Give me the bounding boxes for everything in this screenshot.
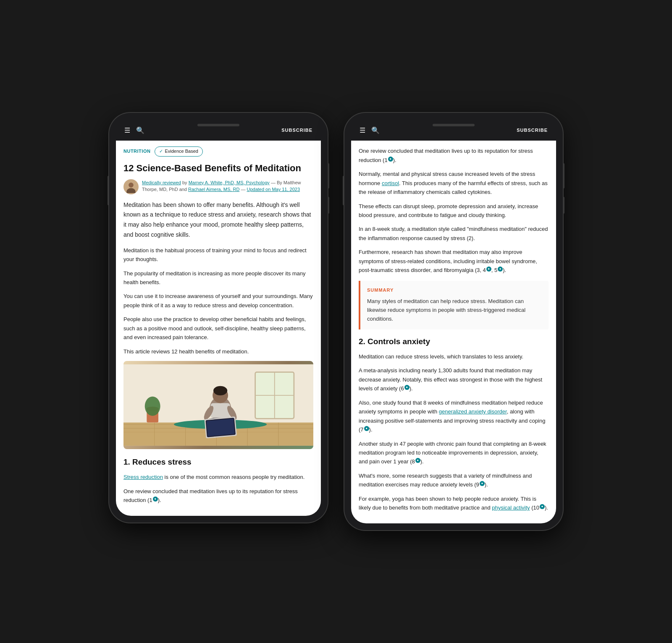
check-icon: ✓ bbox=[159, 148, 163, 155]
section1-heading: 1. Reduces stress bbox=[123, 456, 313, 468]
p2-3: These effects can disrupt sleep, promote… bbox=[359, 202, 549, 220]
article-image bbox=[123, 361, 313, 449]
hamburger-icon[interactable]: ☰ bbox=[124, 126, 130, 134]
body-paragraph-1: Meditation is the habitual process of tr… bbox=[123, 246, 313, 264]
search-icon[interactable]: 🔍 bbox=[136, 126, 144, 134]
ref-5-dot: ● bbox=[498, 267, 503, 272]
author-avatar bbox=[123, 179, 139, 194]
gad-link[interactable]: generalized anxiety disorder bbox=[439, 408, 507, 415]
intro-paragraph: Meditation has been shown to offer many … bbox=[123, 200, 313, 240]
ref-10-dot: ● bbox=[540, 504, 545, 509]
s2-p4: Another study in 47 people with chronic … bbox=[359, 439, 549, 466]
phone-2: ☰ 🔍 SUBSCRIBE One review concluded that … bbox=[344, 113, 563, 530]
evidence-badge: ✓ Evidence Based bbox=[155, 146, 203, 157]
ref-4-dot: ● bbox=[486, 267, 491, 272]
subscribe-button-1[interactable]: SUBSCRIBE bbox=[281, 128, 312, 133]
summary-text: Many styles of meditation can help reduc… bbox=[367, 297, 542, 323]
svg-rect-16 bbox=[211, 403, 230, 418]
updated-link[interactable]: Updated on May 11, 2023 bbox=[247, 187, 300, 192]
ref-8-dot: ● bbox=[415, 458, 420, 463]
s2-p2: A meta-analysis including nearly 1,300 a… bbox=[359, 366, 549, 393]
s2-p5: What's more, some research suggests that… bbox=[359, 471, 549, 489]
p2-1: One review concluded that meditation liv… bbox=[359, 146, 549, 165]
author1-link[interactable]: Marney A. White, PhD, MS, Psychology bbox=[189, 180, 270, 185]
body-paragraph-3: You can use it to increase awareness of … bbox=[123, 292, 313, 310]
author-text: Medically reviewed by Marney A. White, P… bbox=[142, 179, 313, 193]
volume-button-right bbox=[328, 197, 329, 214]
search-icon-2[interactable]: 🔍 bbox=[371, 126, 380, 134]
ref-7-dot: ● bbox=[364, 426, 369, 431]
ref-6-dot: ● bbox=[404, 385, 410, 390]
body-paragraph-4: People also use the practice to develop … bbox=[123, 315, 313, 342]
section1-body1: Stress reduction is one of the most comm… bbox=[123, 473, 313, 481]
body-paragraph-5: This article reviews 12 health benefits … bbox=[123, 347, 313, 356]
ref-1b-dot: ● bbox=[388, 157, 393, 162]
p2-2: Normally, mental and physical stress cau… bbox=[359, 170, 549, 196]
svg-point-28 bbox=[145, 397, 160, 416]
volume-button-left bbox=[108, 176, 109, 205]
section1-body1-text: is one of the most common reasons people… bbox=[163, 474, 304, 480]
stress-reduction-link[interactable]: Stress reduction bbox=[123, 474, 163, 480]
subscribe-button-2[interactable]: SUBSCRIBE bbox=[517, 128, 548, 133]
svg-point-1 bbox=[129, 183, 134, 188]
volume-button-left-2 bbox=[343, 176, 344, 205]
p2-5: Furthermore, research has shown that med… bbox=[359, 248, 549, 274]
nav-icons-left: ☰ 🔍 bbox=[124, 126, 144, 134]
notch-2 bbox=[433, 124, 475, 126]
nav-icons-left-2: ☰ 🔍 bbox=[360, 126, 380, 134]
article-title: 12 Science-Based Benefits of Meditation bbox=[123, 162, 313, 174]
hamburger-icon-2[interactable]: ☰ bbox=[360, 126, 365, 134]
s2-p6: For example, yoga has been shown to help… bbox=[359, 494, 549, 512]
category-label: NUTRITION bbox=[123, 148, 150, 155]
medically-reviewed-link[interactable]: Medically reviewed bbox=[142, 180, 181, 185]
phone-1: ☰ 🔍 SUBSCRIBE NUTRITION ✓ Evidence Based… bbox=[109, 113, 328, 522]
author-row: Medically reviewed by Marney A. White, P… bbox=[123, 179, 313, 194]
phones-container: ☰ 🔍 SUBSCRIBE NUTRITION ✓ Evidence Based… bbox=[109, 113, 563, 530]
cortisol-link[interactable]: cortisol bbox=[382, 180, 399, 186]
category-row: NUTRITION ✓ Evidence Based bbox=[123, 146, 313, 160]
volume-button-right-2 bbox=[563, 197, 564, 214]
summary-label: SUMMARY bbox=[367, 287, 542, 294]
summary-box: SUMMARY Many styles of meditation can he… bbox=[359, 281, 549, 329]
status-bar-1: ☰ 🔍 SUBSCRIBE bbox=[116, 120, 321, 141]
svg-point-18 bbox=[213, 386, 227, 395]
ref-1-dot: ● bbox=[153, 497, 158, 502]
evidence-badge-text: Evidence Based bbox=[165, 148, 198, 155]
phone-1-content: NUTRITION ✓ Evidence Based 12 Science-Ba… bbox=[116, 141, 321, 515]
article-image-inner bbox=[123, 361, 313, 449]
power-button bbox=[328, 163, 329, 188]
s2-p3: Also, one study found that 8 weeks of mi… bbox=[359, 398, 549, 434]
p2-4: In an 8-week study, a meditation style c… bbox=[359, 225, 549, 243]
phone-2-content: One review concluded that meditation liv… bbox=[351, 141, 556, 523]
physical-activity-link[interactable]: physical activity bbox=[492, 504, 530, 511]
section1-body2: One review concluded that meditation liv… bbox=[123, 487, 313, 505]
svg-rect-25 bbox=[206, 418, 235, 436]
notch bbox=[197, 124, 239, 126]
power-button-2 bbox=[563, 163, 564, 188]
section2-heading: 2. Controls anxiety bbox=[359, 335, 549, 348]
s2-p1: Meditation can reduce stress levels, whi… bbox=[359, 352, 549, 361]
body-paragraph-2: The popularity of meditation is increasi… bbox=[123, 269, 313, 287]
author2-link[interactable]: Rachael Aimera, MS, RD bbox=[188, 187, 239, 192]
person-illustration bbox=[123, 361, 313, 449]
status-bar-2: ☰ 🔍 SUBSCRIBE bbox=[351, 120, 556, 141]
ref-9-dot: ● bbox=[480, 481, 485, 486]
